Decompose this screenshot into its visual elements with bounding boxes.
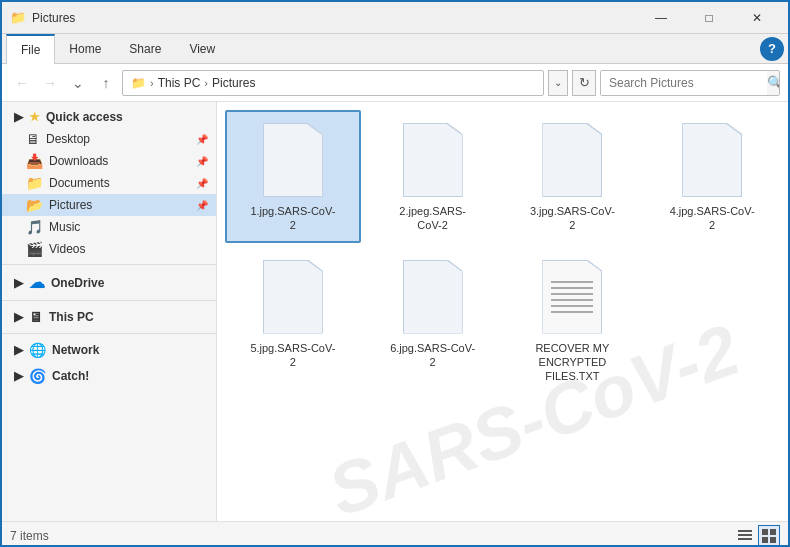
file-item-3[interactable]: 3.jpg.SARS-CoV-2 (505, 110, 641, 243)
downloads-icon: 📥 (26, 153, 43, 169)
sidebar-section-onedrive: ▶ ☁ OneDrive (2, 269, 216, 296)
address-bar: ← → ⌄ ↑ 📁 › This PC › Pictures ⌄ ↻ 🔍 (2, 64, 788, 102)
file-item-1[interactable]: 1.jpg.SARS-CoV-2 (225, 110, 361, 243)
file-icon-3 (538, 120, 606, 200)
file-item-2[interactable]: 2.jpeg.SARS-CoV-2 (365, 110, 501, 243)
sidebar-item-desktop-label: Desktop (46, 132, 90, 146)
dropdown-history-button[interactable]: ⌄ (66, 71, 90, 95)
pin-icon-documents: 📌 (196, 178, 208, 189)
file-name-5: 5.jpg.SARS-CoV-2 (248, 341, 338, 370)
search-input[interactable] (601, 71, 767, 95)
svg-rect-0 (738, 530, 752, 532)
doc-shape-7 (542, 260, 602, 334)
file-icon-1 (259, 120, 327, 200)
help-button[interactable]: ? (760, 37, 784, 61)
maximize-button[interactable]: □ (686, 2, 732, 34)
file-item-6[interactable]: 6.jpg.SARS-CoV-2 (365, 247, 501, 394)
svg-rect-4 (770, 529, 776, 535)
list-view-button[interactable] (734, 525, 756, 547)
file-area: 1.jpg.SARS-CoV-2 2.jpeg.SARS-CoV-2 3.jpg… (217, 102, 788, 521)
sidebar: ▶ ★ Quick access 🖥 Desktop 📌 📥 Downloads… (2, 102, 217, 521)
view-toggle-buttons (734, 525, 780, 547)
up-button[interactable]: ↑ (94, 71, 118, 95)
file-item-7[interactable]: RECOVER MY ENCRYPTED FILES.TXT (505, 247, 641, 394)
list-view-icon (738, 529, 752, 543)
sidebar-item-downloads[interactable]: 📥 Downloads 📌 (2, 150, 216, 172)
address-path: 📁 › This PC › Pictures (122, 70, 544, 96)
svg-rect-2 (738, 538, 752, 540)
quick-access-label: Quick access (46, 110, 123, 124)
onedrive-expand-icon: ▶ (14, 276, 23, 290)
path-pictures[interactable]: Pictures (212, 76, 255, 90)
window-title: Pictures (32, 11, 75, 25)
quick-access-expand-icon: ▶ (14, 110, 23, 124)
file-name-3: 3.jpg.SARS-CoV-2 (527, 204, 617, 233)
pin-icon-pictures: 📌 (196, 200, 208, 211)
file-name-6: 6.jpg.SARS-CoV-2 (388, 341, 478, 370)
network-label: Network (52, 343, 99, 357)
svg-rect-5 (762, 537, 768, 543)
pin-icon-downloads: 📌 (196, 156, 208, 167)
search-button[interactable]: 🔍 (767, 70, 780, 96)
forward-button[interactable]: → (38, 71, 62, 95)
window-icon: 📁 (10, 10, 26, 26)
path-this-pc[interactable]: This PC (158, 76, 201, 90)
file-item-4[interactable]: 4.jpg.SARS-CoV-2 (644, 110, 780, 243)
doc-shape-3 (542, 123, 602, 197)
music-icon: 🎵 (26, 219, 43, 235)
doc-shape-5 (263, 260, 323, 334)
file-name-2: 2.jpeg.SARS-CoV-2 (388, 204, 478, 233)
doc-shape-6 (403, 260, 463, 334)
tab-home[interactable]: Home (55, 34, 115, 64)
sidebar-header-quick-access[interactable]: ▶ ★ Quick access (2, 106, 216, 128)
file-icon-7 (538, 257, 606, 337)
network-expand-icon: ▶ (14, 343, 23, 357)
item-count: 7 items (10, 529, 49, 543)
file-icon-4 (678, 120, 746, 200)
file-name-7: RECOVER MY ENCRYPTED FILES.TXT (527, 341, 617, 384)
sidebar-item-desktop[interactable]: 🖥 Desktop 📌 (2, 128, 216, 150)
pictures-icon: 📂 (26, 197, 43, 213)
sidebar-header-this-pc[interactable]: ▶ 🖥 This PC (2, 305, 216, 329)
main-layout: ▶ ★ Quick access 🖥 Desktop 📌 📥 Downloads… (2, 102, 788, 521)
title-bar-left: 📁 Pictures (10, 10, 75, 26)
catch-expand-icon: ▶ (14, 369, 23, 383)
pin-icon-desktop: 📌 (196, 134, 208, 145)
svg-rect-1 (738, 534, 752, 536)
sidebar-section-quick-access: ▶ ★ Quick access 🖥 Desktop 📌 📥 Downloads… (2, 106, 216, 260)
sidebar-item-music[interactable]: 🎵 Music (2, 216, 216, 238)
svg-rect-6 (770, 537, 776, 543)
tab-view[interactable]: View (175, 34, 229, 64)
address-dropdown-button[interactable]: ⌄ (548, 70, 568, 96)
onedrive-label: OneDrive (51, 276, 104, 290)
file-icon-2 (399, 120, 467, 200)
status-bar: 7 items (2, 521, 788, 547)
sidebar-item-videos[interactable]: 🎬 Videos (2, 238, 216, 260)
sidebar-header-network[interactable]: ▶ 🌐 Network (2, 338, 216, 362)
sidebar-item-pictures[interactable]: 📂 Pictures 📌 (2, 194, 216, 216)
back-button[interactable]: ← (10, 71, 34, 95)
tab-file[interactable]: File (6, 34, 55, 64)
sidebar-item-documents-label: Documents (49, 176, 110, 190)
large-icon-view-icon (762, 529, 776, 543)
doc-shape-4 (682, 123, 742, 197)
refresh-button[interactable]: ↻ (572, 70, 596, 96)
sidebar-section-this-pc: ▶ 🖥 This PC (2, 305, 216, 329)
file-icon-6 (399, 257, 467, 337)
search-box: 🔍 (600, 70, 780, 96)
sidebar-item-documents[interactable]: 📁 Documents 📌 (2, 172, 216, 194)
minimize-button[interactable]: — (638, 2, 684, 34)
tab-share[interactable]: Share (115, 34, 175, 64)
documents-icon: 📁 (26, 175, 43, 191)
videos-icon: 🎬 (26, 241, 43, 257)
large-view-button[interactable] (758, 525, 780, 547)
sidebar-header-catch[interactable]: ▶ 🌀 Catch! (2, 364, 216, 388)
file-item-5[interactable]: 5.jpg.SARS-CoV-2 (225, 247, 361, 394)
close-button[interactable]: ✕ (734, 2, 780, 34)
sidebar-section-network: ▶ 🌐 Network (2, 338, 216, 362)
ribbon-tabs: File Home Share View ? (2, 34, 788, 64)
sidebar-header-onedrive[interactable]: ▶ ☁ OneDrive (2, 269, 216, 296)
doc-shape-1 (263, 123, 323, 197)
catch-label: Catch! (52, 369, 89, 383)
path-folder-icon: 📁 (131, 76, 146, 90)
